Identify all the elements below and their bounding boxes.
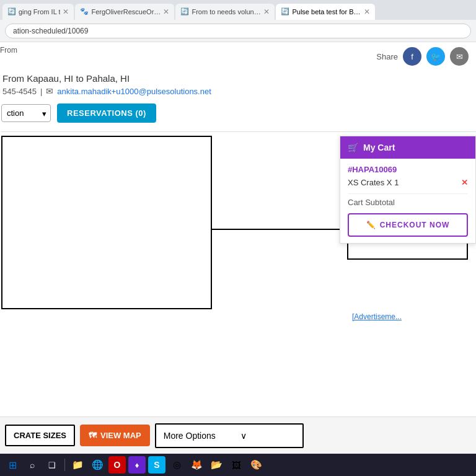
tab-3[interactable]: 🔄 From to needs volunteers - ✕ (175, 4, 275, 20)
contact-line: 545-4545 | ✉ ankita.mahadik+u1000@pulses… (1, 86, 476, 96)
opera-taskbar-icon[interactable]: O (108, 456, 126, 474)
connector-line (212, 229, 348, 230)
left-content-box (1, 136, 212, 309)
cart-item: XS Crates X 1 ✕ (348, 178, 468, 187)
cart-item-label: XS Crates X 1 (348, 178, 399, 187)
page-content: From Share f 🐦 ✉ From Kapaau, HI to Paha… (0, 42, 476, 402)
tab-1[interactable]: 🔄 ging From IL t ✕ (2, 4, 74, 20)
select-chevron-icon: ▾ (42, 108, 46, 118)
reservations-button[interactable]: RESERVATIONS (0) (57, 104, 156, 123)
checkout-btn-wrap: ✏️ CHECKOUT NOW (348, 213, 468, 237)
tab-2-label: FergOliverRescueOrg From IL t (91, 8, 161, 15)
facebook-share-icon[interactable]: f (403, 47, 421, 66)
cart-order-id: #HAPA10069 (348, 165, 468, 174)
firefox-taskbar-icon[interactable]: 🦊 (188, 456, 205, 474)
tab-2[interactable]: 🐾 FergOliverRescueOrg From IL t ✕ (75, 4, 174, 20)
divider (1, 131, 476, 132)
tab-2-close[interactable]: ✕ (163, 7, 169, 16)
more-options-label: More Options (164, 431, 216, 441)
crate-sizes-button[interactable]: CRATE SIZES (5, 425, 75, 446)
phone-number: 545-4545 (2, 87, 37, 96)
folder-taskbar-icon[interactable]: 📂 (208, 456, 225, 474)
share-row: Share f 🐦 ✉ (1, 42, 476, 68)
ad-link-text: [Advertiseme... (352, 312, 402, 321)
cart-icon: 🛒 (348, 143, 358, 152)
location-line: From Kapaau, HI to Pahala, HI (1, 73, 476, 84)
tab-4-favicon: 🔄 (281, 7, 289, 16)
email-link[interactable]: ankita.mahadik+u1000@pulsesolutions.net (57, 87, 211, 96)
tab-4-label: Pulse beta test for Beta From t (292, 8, 361, 15)
address-bar[interactable]: ation-scheduled/10069 (5, 24, 471, 38)
tab-2-favicon: 🐾 (80, 7, 89, 16)
tab-3-close[interactable]: ✕ (263, 7, 270, 16)
file-explorer-taskbar-icon[interactable]: 📁 (69, 456, 86, 474)
edge-taskbar-icon[interactable]: 🌐 (89, 456, 106, 474)
browser-bar: ation-scheduled/10069 (0, 20, 476, 42)
browser-tabs: 🔄 ging From IL t ✕ 🐾 FergOliverRescueOrg… (0, 0, 476, 20)
more-options-chevron-icon: ∨ (240, 431, 247, 441)
tab-1-favicon: 🔄 (7, 7, 16, 16)
tab-4-close[interactable]: ✕ (364, 7, 370, 16)
more-options-dropdown[interactable]: More Options ∨ (155, 423, 304, 448)
pipe-separator: | (40, 87, 42, 96)
windows-icon[interactable]: ⊞ (4, 456, 21, 474)
checkout-button[interactable]: ✏️ CHECKOUT NOW (350, 216, 465, 234)
tab-3-label: From to needs volunteers - (192, 8, 261, 15)
task-view-icon[interactable]: ❑ (43, 456, 61, 474)
cart-header: 🛒 My Cart (340, 136, 475, 159)
checkout-icon: ✏️ (366, 221, 376, 229)
share-label: Share (376, 52, 398, 61)
action-row: ction ▾ RESERVATIONS (0) (1, 99, 476, 128)
cart-body: #HAPA10069 XS Crates X 1 ✕ Cart Subtotal… (340, 159, 475, 243)
paint-taskbar-icon[interactable]: 🎨 (247, 456, 265, 474)
tab-4[interactable]: 🔄 Pulse beta test for Beta From t ✕ (276, 4, 375, 20)
advertisement-placeholder: [Advertiseme... (352, 312, 476, 321)
cart-panel: 🛒 My Cart #HAPA10069 XS Crates X 1 ✕ Car… (340, 136, 476, 244)
photos-taskbar-icon[interactable]: 🖼 (227, 456, 245, 474)
tab-3-favicon: 🔄 (180, 7, 189, 16)
skype-taskbar-icon[interactable]: S (148, 456, 165, 474)
winamp-taskbar-icon[interactable]: ♦ (128, 456, 146, 474)
cart-item-remove[interactable]: ✕ (461, 178, 468, 187)
view-map-button[interactable]: 🗺 VIEW MAP (80, 425, 150, 446)
twitter-share-icon[interactable]: 🐦 (426, 47, 445, 66)
search-taskbar-icon[interactable]: ⌕ (24, 456, 41, 474)
cart-subtotal: Cart Subtotal (348, 193, 468, 207)
from-label: From (0, 46, 17, 55)
map-icon: 🗺 (89, 431, 97, 440)
chrome-taskbar-icon[interactable]: ◎ (168, 456, 185, 474)
email-icon: ✉ (46, 86, 53, 96)
email-share-icon[interactable]: ✉ (450, 47, 469, 66)
tab-1-label: ging From IL t (19, 8, 60, 15)
taskbar-separator-1 (64, 459, 65, 471)
taskbar: ⊞ ⌕ ❑ 📁 🌐 O ♦ S ◎ 🦊 📂 🖼 🎨 (0, 454, 476, 476)
top-info: From Kapaau, HI to Pahala, HI 545-4545 |… (1, 68, 476, 99)
main-area: These Features are not available in Desi… (1, 136, 476, 322)
tab-1-close[interactable]: ✕ (63, 7, 69, 16)
bottom-toolbar: CRATE SIZES 🗺 VIEW MAP More Options ∨ (0, 416, 476, 454)
action-select[interactable]: ction ▾ (1, 104, 51, 122)
cart-title: My Cart (363, 143, 395, 152)
